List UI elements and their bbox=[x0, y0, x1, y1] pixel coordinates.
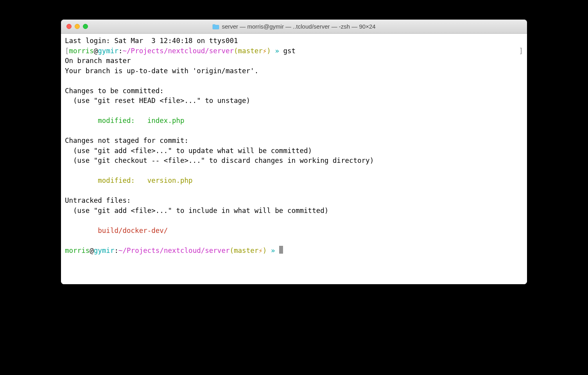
title-wrapper: server — morris@gymir — ..tcloud/server … bbox=[61, 23, 527, 30]
blank-line bbox=[65, 166, 523, 176]
prompt-user: morris bbox=[69, 47, 94, 55]
prompt-arrow: » bbox=[267, 247, 279, 254]
command-text: gst bbox=[283, 47, 296, 55]
lightning-icon: ⚡ bbox=[263, 47, 267, 55]
last-login-line: Last login: Sat Mar 3 12:40:18 on ttys00… bbox=[65, 36, 523, 46]
staged-header: Changes to be committed: bbox=[65, 86, 523, 96]
branch-name: master bbox=[234, 247, 258, 254]
unstaged-header: Changes not staged for commit: bbox=[65, 136, 523, 146]
branch-name: master bbox=[238, 47, 263, 55]
prompt-at: @ bbox=[94, 47, 98, 55]
maximize-button[interactable] bbox=[83, 24, 88, 29]
blank-line bbox=[65, 76, 523, 86]
untracked-header: Untracked files: bbox=[65, 196, 523, 206]
prompt-colon: : bbox=[114, 247, 118, 254]
lightning-icon: ⚡ bbox=[258, 247, 263, 254]
uptodate-line: Your branch is up-to-date with 'origin/m… bbox=[65, 66, 523, 76]
blank-line bbox=[65, 186, 523, 196]
blank-line bbox=[65, 216, 523, 226]
cursor bbox=[279, 246, 283, 254]
prompt-user: morris bbox=[65, 247, 90, 254]
staged-file: modified: index.php bbox=[65, 116, 523, 126]
bracket-close: ] bbox=[519, 46, 523, 56]
titlebar[interactable]: server — morris@gymir — ..tcloud/server … bbox=[61, 20, 527, 34]
prompt-at: @ bbox=[90, 247, 94, 254]
window-title: server — morris@gymir — ..tcloud/server … bbox=[222, 23, 375, 30]
unstaged-hint1: (use "git add <file>..." to update what … bbox=[65, 146, 523, 156]
untracked-hint: (use "git add <file>..." to include in w… bbox=[65, 206, 523, 216]
prompt-path: ~/Projects/nextcloud/server bbox=[118, 247, 229, 254]
branch-close: ) bbox=[263, 247, 267, 254]
untracked-file: build/docker-dev/ bbox=[65, 226, 523, 236]
terminal-window: server — morris@gymir — ..tcloud/server … bbox=[61, 20, 527, 284]
prompt-line-1: [morris@gymir:~/Projects/nextcloud/serve… bbox=[65, 46, 523, 56]
blank-line bbox=[65, 106, 523, 116]
prompt-host: gymir bbox=[94, 247, 115, 254]
traffic-lights bbox=[61, 24, 88, 29]
prompt-host: gymir bbox=[98, 47, 118, 55]
bracket-open: [ bbox=[65, 47, 69, 55]
branch-close: ) bbox=[267, 47, 271, 55]
unstaged-hint2: (use "git checkout -- <file>..." to disc… bbox=[65, 156, 523, 166]
blank-line bbox=[65, 236, 523, 246]
staged-hint: (use "git reset HEAD <file>..." to unsta… bbox=[65, 96, 523, 106]
minimize-button[interactable] bbox=[75, 24, 80, 29]
close-button[interactable] bbox=[66, 24, 72, 29]
folder-icon bbox=[212, 24, 219, 29]
prompt-colon: : bbox=[118, 47, 123, 55]
branch-open: ( bbox=[229, 247, 234, 254]
prompt-line-2: morris@gymir:~/Projects/nextcloud/server… bbox=[65, 246, 523, 256]
branch-open: ( bbox=[234, 47, 238, 55]
unstaged-file: modified: version.php bbox=[65, 176, 523, 186]
terminal-body[interactable]: Last login: Sat Mar 3 12:40:18 on ttys00… bbox=[61, 34, 527, 284]
prompt-arrow: » bbox=[271, 47, 283, 55]
blank-line bbox=[65, 126, 523, 136]
branch-line: On branch master bbox=[65, 56, 523, 66]
prompt-path: ~/Projects/nextcloud/server bbox=[123, 47, 234, 55]
